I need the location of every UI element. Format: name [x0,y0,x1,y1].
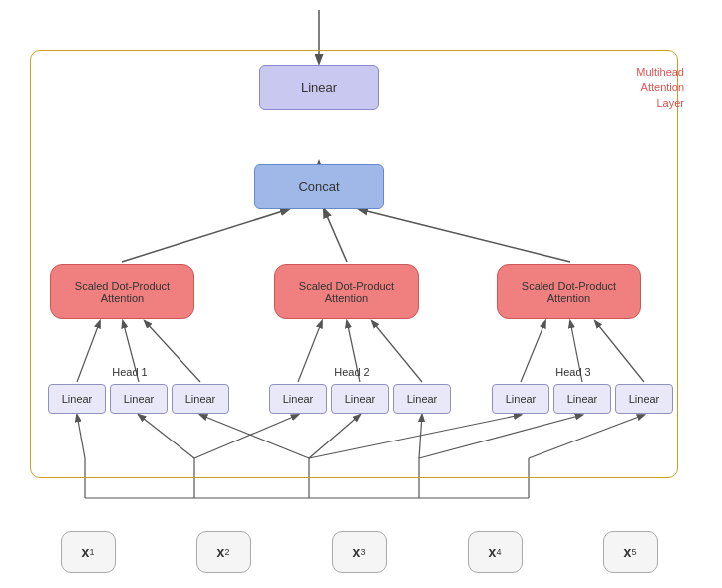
linear-h2-k: Linear [331,384,389,414]
sdpa-box-3: Scaled Dot-ProductAttention [497,264,641,319]
linear-h2-q: Linear [269,384,327,414]
sdpa-box-1: Scaled Dot-ProductAttention [50,264,194,319]
input-x5: x5 [603,531,658,573]
head-1-label: Head 1 [95,366,165,378]
input-x1: x1 [61,531,116,573]
input-x4: x4 [468,531,523,573]
linear-h1-q: Linear [48,384,106,414]
sdpa-box-2: Scaled Dot-ProductAttention [274,264,419,319]
concat-box: Concat [254,164,384,209]
linear-h2-v: Linear [393,384,451,414]
linear-h3-k: Linear [553,384,611,414]
multihead-label: MultiheadAttentionLayer [636,65,684,111]
diagram-container: MultiheadAttentionLayer Linear Concat Sc… [20,10,702,578]
linear-top-box: Linear [259,65,379,110]
head-3-label: Head 3 [539,366,608,378]
linear-h3-q: Linear [492,384,549,414]
linear-h1-v: Linear [172,384,229,414]
linear-h3-v: Linear [615,384,673,414]
linear-h1-k: Linear [110,384,168,414]
input-x2: x2 [196,531,251,573]
input-row: x1 x2 x3 x4 x5 [20,531,698,573]
input-x3: x3 [332,531,387,573]
head-2-label: Head 2 [317,366,387,378]
